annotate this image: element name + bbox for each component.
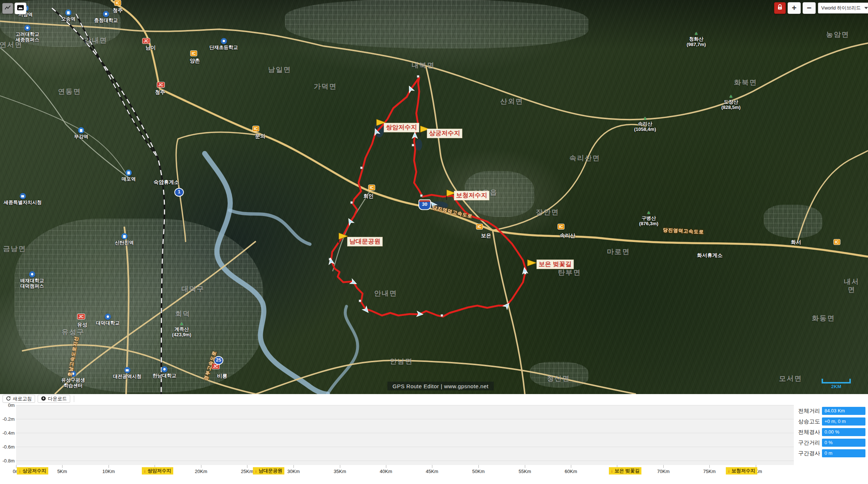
stat-row: 구간거리0 % [798, 439, 865, 447]
zoom-in-button[interactable]: + [788, 2, 801, 14]
map-place-label: 화동면 [812, 314, 835, 322]
map-place-label: 계족산 (423,9m) [172, 321, 192, 338]
waypoint-distance-label: 상궁저수지 [23, 468, 46, 473]
elevation-chart-section: 0m-0.2m-0.4m-0.6m-0.8m 0m5Km10Km15Km20Km… [0, 404, 868, 484]
map-place-label: 청산면 [547, 375, 570, 383]
down-arrow-icon: ↓ [255, 468, 257, 473]
waypoint-distance-flag: ↓남대문공원 [253, 467, 284, 474]
map-place-label: 문의 [255, 133, 265, 139]
map-place-label: 구병산 (876,3m) [639, 210, 659, 227]
waypoint-label[interactable]: 쌍암저수지 [384, 123, 419, 132]
map-place-label: 단재초등학교 [209, 38, 238, 50]
zoom-out-button[interactable]: − [803, 2, 816, 14]
map-place-label: 내북면 [412, 61, 435, 69]
refresh-button[interactable]: 새로고침 [3, 395, 35, 403]
lock-button[interactable] [774, 2, 786, 14]
interchange-badge: IC [190, 50, 197, 56]
minus-icon: − [807, 3, 812, 13]
x-axis-label: 40Km [380, 469, 392, 474]
route-path[interactable] [331, 77, 526, 317]
x-axis-tick [16, 465, 16, 468]
x-axis-tick [109, 465, 109, 468]
refresh-label: 새로고침 [13, 396, 32, 402]
elevation-profile-toggle-button[interactable] [2, 3, 13, 14]
download-button[interactable]: 다운로드 [38, 395, 70, 403]
map-place-label: 한남대학교 [153, 366, 177, 379]
stat-label: 상승고도 [798, 418, 820, 425]
stat-row: 전체경사0.00 % [798, 428, 865, 436]
x-axis-tick [663, 465, 664, 468]
map-place-label: 안내면 [374, 290, 397, 298]
x-axis-tick [709, 465, 710, 468]
map-place-label: 세종특별자치시청 [4, 193, 42, 205]
interchange-badge: JC [157, 82, 165, 88]
map-place-label: 모서면 [779, 375, 802, 383]
x-axis-label: 45Km [426, 469, 438, 474]
map-place-label: 양촌 [190, 58, 200, 64]
interchange-badge: IC [476, 224, 483, 230]
map-place-label: 화서 [791, 239, 801, 245]
satellite-image-icon [17, 4, 24, 13]
map-place-label: 농암면 [826, 31, 849, 39]
toolbar-divider [74, 396, 74, 402]
waypoint-distance-label: 보청저수지 [732, 468, 755, 473]
interchange-badge: IC [558, 224, 565, 230]
map-place-label: 화서휴게소 [697, 252, 723, 258]
x-axis-tick [247, 465, 247, 468]
map-place-label: 금남면 [3, 245, 26, 253]
interchange-badge: IC [368, 185, 375, 190]
map-place-label: 속리산면 [569, 154, 600, 162]
map-canvas[interactable]: 연서면강내면연동면남일면내북면가덕면산외면화북면농암면속리산면장안면마로면탄부면… [0, 0, 868, 394]
map-place-label: 산외면 [500, 98, 523, 106]
interchange-badge: IC [114, 0, 121, 6]
y-axis-label: -0.2m [0, 416, 15, 422]
x-axis-tick [386, 465, 386, 468]
interchange-badge: IC [253, 126, 259, 132]
map-place-label: 탄부면 [558, 269, 581, 277]
waypoint-distance-flag: ↓보청저수지 [726, 467, 757, 474]
stat-value: 84.03 Km [822, 407, 865, 415]
waypoint-label[interactable]: 남대문공원 [347, 237, 383, 246]
y-axis-label: 0m [0, 402, 15, 408]
x-axis-label: 60Km [565, 469, 577, 474]
layer-select[interactable]: Vworld 하이브리드 [818, 3, 868, 14]
map-place-label: 안남면 [390, 358, 413, 366]
scale-bar-label: 2KM [822, 384, 851, 389]
gridline [16, 405, 794, 405]
x-axis-label: 50Km [472, 469, 485, 474]
down-arrow-icon: ↓ [728, 468, 730, 473]
elevation-plot[interactable] [16, 405, 794, 465]
x-axis-tick [571, 465, 571, 468]
waypoint-distance-label: 보은 벚꽃길 [615, 468, 640, 473]
map-place-label: 대덕구 [182, 285, 205, 293]
map-place-label: 가덕면 [314, 83, 337, 91]
x-axis-tick [525, 465, 525, 468]
gridline [16, 419, 794, 419]
map-place-label: 남이 [145, 45, 156, 50]
x-axis-tick [478, 465, 479, 468]
waypoint-label[interactable]: 보청저수지 [454, 191, 489, 200]
stat-label: 구간경사 [798, 450, 820, 457]
down-arrow-icon: ↓ [611, 468, 613, 473]
map-place-label: 강내면 [84, 37, 107, 45]
map-place-label: 신탄진역 [115, 233, 134, 246]
gridline [16, 461, 794, 461]
waypoint-distance-label: 남대문공원 [259, 468, 283, 473]
map-place-label: 속리산 [560, 232, 575, 238]
map-style-button[interactable] [15, 3, 26, 14]
route-direction-arrow [350, 279, 357, 286]
map-place-label: 속리산 (1058,4m) [634, 116, 656, 132]
waypoint-label[interactable]: 상궁저수지 [427, 129, 462, 138]
x-axis-tick [201, 465, 201, 468]
waypoint-flag-icon[interactable] [527, 260, 537, 270]
waypoint-label[interactable]: 보은 벚꽃길 [537, 260, 574, 269]
down-arrow-icon: ↓ [19, 468, 21, 473]
interchange-badge: JC [142, 38, 150, 44]
route-number-shield: 30 [418, 200, 431, 210]
stat-value: 0 m [822, 449, 865, 457]
map-place-label: 마로면 [607, 248, 630, 256]
gps-route-editor-app: 연서면강내면연동면남일면내북면가덕면산외면화북면농암면속리산면장안면마로면탄부면… [0, 0, 868, 484]
map-place-label: 비룡 [217, 373, 227, 379]
chevron-down-icon [864, 7, 868, 9]
x-axis-label: 70Km [657, 469, 670, 474]
